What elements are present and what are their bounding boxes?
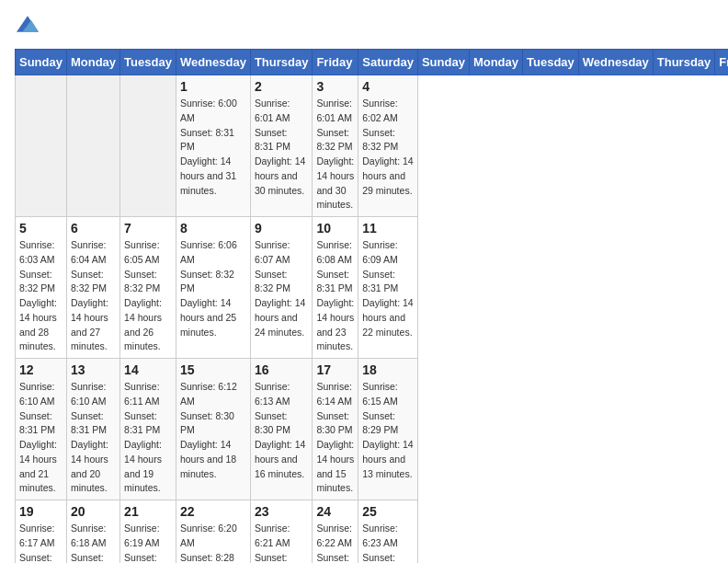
- calendar-cell: 6Sunrise: 6:04 AMSunset: 8:32 PMDaylight…: [66, 217, 119, 359]
- day-number: 16: [255, 362, 309, 377]
- day-number: 6: [71, 221, 116, 236]
- day-info: Sunrise: 6:06 AMSunset: 8:32 PMDaylight:…: [180, 238, 246, 339]
- calendar-cell: 22Sunrise: 6:20 AMSunset: 8:28 PMDayligh…: [176, 500, 250, 564]
- day-info: Sunrise: 6:02 AMSunset: 8:32 PMDaylight:…: [362, 97, 414, 198]
- day-number: 5: [19, 221, 63, 236]
- header-tuesday: Tuesday: [523, 50, 579, 75]
- header-friday: Friday: [313, 50, 358, 75]
- calendar-cell: 11Sunrise: 6:09 AMSunset: 8:31 PMDayligh…: [358, 217, 418, 359]
- calendar-week-row: 1Sunrise: 6:00 AMSunset: 8:31 PMDaylight…: [16, 75, 729, 217]
- day-number: 3: [316, 79, 354, 94]
- day-number: 15: [180, 362, 246, 377]
- day-number: 23: [255, 504, 309, 519]
- day-number: 22: [180, 504, 246, 519]
- day-info: Sunrise: 6:00 AMSunset: 8:31 PMDaylight:…: [180, 97, 246, 198]
- calendar-cell: 13Sunrise: 6:10 AMSunset: 8:31 PMDayligh…: [66, 359, 119, 500]
- calendar-cell: [16, 75, 67, 217]
- header-saturday: Saturday: [358, 50, 418, 75]
- day-number: 21: [124, 504, 172, 519]
- calendar-cell: 24Sunrise: 6:22 AMSunset: 8:27 PMDayligh…: [313, 500, 358, 564]
- day-info: Sunrise: 6:17 AMSunset: 8:29 PMDaylight:…: [19, 522, 63, 563]
- day-info: Sunrise: 6:12 AMSunset: 8:30 PMDaylight:…: [180, 380, 246, 481]
- day-number: 4: [362, 79, 414, 94]
- day-info: Sunrise: 6:01 AMSunset: 8:32 PMDaylight:…: [316, 97, 354, 213]
- day-info: Sunrise: 6:11 AMSunset: 8:31 PMDaylight:…: [124, 380, 172, 496]
- logo: [15, 15, 39, 38]
- day-number: 12: [19, 362, 63, 377]
- calendar-cell: 9Sunrise: 6:07 AMSunset: 8:32 PMDaylight…: [250, 217, 313, 359]
- calendar-cell: 8Sunrise: 6:06 AMSunset: 8:32 PMDaylight…: [176, 217, 250, 359]
- header-tuesday: Tuesday: [120, 50, 176, 75]
- header-sunday: Sunday: [16, 50, 67, 75]
- day-info: Sunrise: 6:08 AMSunset: 8:31 PMDaylight:…: [316, 238, 354, 354]
- header-thursday: Thursday: [653, 50, 715, 75]
- calendar-cell: 5Sunrise: 6:03 AMSunset: 8:32 PMDaylight…: [16, 217, 67, 359]
- calendar-header-row: SundayMondayTuesdayWednesdayThursdayFrid…: [16, 50, 729, 75]
- day-number: 17: [316, 362, 354, 377]
- calendar-cell: 16Sunrise: 6:13 AMSunset: 8:30 PMDayligh…: [250, 359, 313, 500]
- calendar-week-row: 12Sunrise: 6:10 AMSunset: 8:31 PMDayligh…: [16, 359, 729, 500]
- day-number: 25: [362, 504, 414, 519]
- calendar-cell: 25Sunrise: 6:23 AMSunset: 8:26 PMDayligh…: [358, 500, 418, 564]
- day-info: Sunrise: 6:20 AMSunset: 8:28 PMDaylight:…: [180, 522, 246, 563]
- day-info: Sunrise: 6:15 AMSunset: 8:29 PMDaylight:…: [362, 380, 414, 481]
- day-info: Sunrise: 6:19 AMSunset: 8:28 PMDaylight:…: [124, 522, 172, 563]
- calendar-cell: 10Sunrise: 6:08 AMSunset: 8:31 PMDayligh…: [313, 217, 358, 359]
- day-info: Sunrise: 6:14 AMSunset: 8:30 PMDaylight:…: [316, 380, 354, 496]
- day-info: Sunrise: 6:21 AMSunset: 8:27 PMDaylight:…: [255, 522, 309, 563]
- calendar-cell: 7Sunrise: 6:05 AMSunset: 8:32 PMDaylight…: [120, 217, 176, 359]
- day-number: 24: [316, 504, 354, 519]
- page-header: [15, 15, 713, 38]
- day-number: 19: [19, 504, 63, 519]
- calendar-cell: 20Sunrise: 6:18 AMSunset: 8:29 PMDayligh…: [66, 500, 119, 564]
- calendar-cell: 1Sunrise: 6:00 AMSunset: 8:31 PMDaylight…: [176, 75, 250, 217]
- day-info: Sunrise: 6:03 AMSunset: 8:32 PMDaylight:…: [19, 238, 63, 354]
- day-info: Sunrise: 6:18 AMSunset: 8:29 PMDaylight:…: [71, 522, 116, 563]
- header-thursday: Thursday: [250, 50, 313, 75]
- calendar-week-row: 5Sunrise: 6:03 AMSunset: 8:32 PMDaylight…: [16, 217, 729, 359]
- calendar-cell: 18Sunrise: 6:15 AMSunset: 8:29 PMDayligh…: [358, 359, 418, 500]
- day-info: Sunrise: 6:09 AMSunset: 8:31 PMDaylight:…: [362, 238, 414, 339]
- calendar-cell: 19Sunrise: 6:17 AMSunset: 8:29 PMDayligh…: [16, 500, 67, 564]
- day-info: Sunrise: 6:22 AMSunset: 8:27 PMDaylight:…: [316, 522, 354, 563]
- day-number: 9: [255, 221, 309, 236]
- day-info: Sunrise: 6:10 AMSunset: 8:31 PMDaylight:…: [19, 380, 63, 496]
- calendar-cell: 15Sunrise: 6:12 AMSunset: 8:30 PMDayligh…: [176, 359, 250, 500]
- calendar-cell: 17Sunrise: 6:14 AMSunset: 8:30 PMDayligh…: [313, 359, 358, 500]
- calendar-cell: 23Sunrise: 6:21 AMSunset: 8:27 PMDayligh…: [250, 500, 313, 564]
- day-number: 13: [71, 362, 116, 377]
- logo-icon: [17, 15, 39, 33]
- calendar-cell: 14Sunrise: 6:11 AMSunset: 8:31 PMDayligh…: [120, 359, 176, 500]
- calendar-cell: 12Sunrise: 6:10 AMSunset: 8:31 PMDayligh…: [16, 359, 67, 500]
- calendar-cell: [66, 75, 119, 217]
- header-wednesday: Wednesday: [578, 50, 653, 75]
- day-info: Sunrise: 6:05 AMSunset: 8:32 PMDaylight:…: [124, 238, 172, 354]
- header-monday: Monday: [469, 50, 522, 75]
- day-number: 7: [124, 221, 172, 236]
- day-number: 14: [124, 362, 172, 377]
- day-number: 1: [180, 79, 246, 94]
- day-info: Sunrise: 6:13 AMSunset: 8:30 PMDaylight:…: [255, 380, 309, 481]
- day-number: 8: [180, 221, 246, 236]
- day-number: 11: [362, 221, 414, 236]
- day-number: 18: [362, 362, 414, 377]
- day-number: 2: [255, 79, 309, 94]
- day-info: Sunrise: 6:23 AMSunset: 8:26 PMDaylight:…: [362, 522, 414, 563]
- header-sunday: Sunday: [417, 50, 469, 75]
- calendar-cell: 21Sunrise: 6:19 AMSunset: 8:28 PMDayligh…: [120, 500, 176, 564]
- day-info: Sunrise: 6:01 AMSunset: 8:31 PMDaylight:…: [255, 97, 309, 198]
- calendar-cell: [120, 75, 176, 217]
- header-monday: Monday: [66, 50, 119, 75]
- calendar-table: SundayMondayTuesdayWednesdayThursdayFrid…: [15, 49, 728, 563]
- day-info: Sunrise: 6:10 AMSunset: 8:31 PMDaylight:…: [71, 380, 116, 496]
- calendar-cell: 4Sunrise: 6:02 AMSunset: 8:32 PMDaylight…: [358, 75, 418, 217]
- header-friday: Friday: [715, 50, 728, 75]
- calendar-cell: 2Sunrise: 6:01 AMSunset: 8:31 PMDaylight…: [250, 75, 313, 217]
- header-wednesday: Wednesday: [176, 50, 250, 75]
- calendar-cell: 3Sunrise: 6:01 AMSunset: 8:32 PMDaylight…: [313, 75, 358, 217]
- day-number: 20: [71, 504, 116, 519]
- day-info: Sunrise: 6:07 AMSunset: 8:32 PMDaylight:…: [255, 238, 309, 339]
- day-info: Sunrise: 6:04 AMSunset: 8:32 PMDaylight:…: [71, 238, 116, 354]
- day-number: 10: [316, 221, 354, 236]
- calendar-week-row: 19Sunrise: 6:17 AMSunset: 8:29 PMDayligh…: [16, 500, 729, 564]
